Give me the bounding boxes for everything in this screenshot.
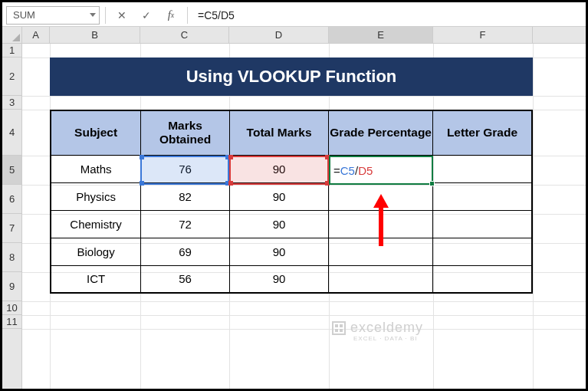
cell-marks[interactable]: 76 <box>141 155 230 182</box>
row-header-11[interactable]: 11 <box>2 315 21 329</box>
name-box[interactable]: SUM <box>6 6 100 25</box>
cell-letter[interactable] <box>433 155 533 182</box>
header-marks-obtained: Marks Obtained <box>141 110 230 155</box>
select-all-corner[interactable] <box>2 27 22 44</box>
col-header-E[interactable]: E <box>329 27 433 43</box>
header-total-marks: Total Marks <box>229 110 328 155</box>
formula-eq: = <box>333 164 340 177</box>
formula-bar-row: SUM ✕ ✓ fx =C5/D5 <box>2 2 586 27</box>
row-header-7[interactable]: 7 <box>2 214 21 243</box>
cell-grade[interactable] <box>329 265 433 293</box>
cell-letter[interactable] <box>433 238 533 265</box>
cell-total[interactable]: 90 <box>229 155 328 182</box>
table-header-row: Subject Marks Obtained Total Marks Grade… <box>51 110 532 155</box>
row-header-8[interactable]: 8 <box>2 243 21 272</box>
spreadsheet-grid: A B C D E F 1 2 3 4 5 6 7 8 9 10 11 <box>2 27 586 389</box>
cell-grade[interactable] <box>329 210 433 238</box>
col-header-B[interactable]: B <box>50 27 140 43</box>
col-header-C[interactable]: C <box>140 27 229 43</box>
divider <box>105 7 106 24</box>
fill-handle[interactable] <box>429 181 435 186</box>
cell-grade[interactable] <box>329 238 433 265</box>
row-header-5[interactable]: 5 <box>2 156 21 185</box>
row-header-1[interactable]: 1 <box>2 44 21 58</box>
name-box-value: SUM <box>13 9 35 21</box>
row-header-10[interactable]: 10 <box>2 301 21 315</box>
row-header-3[interactable]: 3 <box>2 96 21 110</box>
formula-input[interactable]: =C5/D5 <box>193 6 582 25</box>
row-header-4[interactable]: 4 <box>2 110 21 156</box>
row-header-6[interactable]: 6 <box>2 185 21 214</box>
fx-icon[interactable]: fx <box>160 6 182 25</box>
row-headers: 1 2 3 4 5 6 7 8 9 10 11 <box>2 44 22 389</box>
cells-area[interactable]: Using VLOOKUP Function Subject Marks Obt… <box>22 44 586 389</box>
header-letter-grade: Letter Grade <box>433 110 533 155</box>
col-header-F[interactable]: F <box>433 27 533 43</box>
cell-marks[interactable]: 69 <box>141 238 230 265</box>
col-header-A[interactable]: A <box>22 27 50 43</box>
row-header-9[interactable]: 9 <box>2 272 21 301</box>
col-header-D[interactable]: D <box>229 27 329 43</box>
cell-subject[interactable]: Biology <box>51 238 141 265</box>
cell-total[interactable]: 90 <box>229 265 328 293</box>
cell-subject[interactable]: Physics <box>51 182 141 210</box>
column-headers: A B C D E F <box>22 27 586 44</box>
cell-marks[interactable]: 82 <box>141 182 230 210</box>
header-grade-percentage: Grade Percentage <box>329 110 433 155</box>
data-table: Subject Marks Obtained Total Marks Grade… <box>50 110 533 294</box>
page-title: Using VLOOKUP Function <box>50 58 533 96</box>
cell-total[interactable]: 90 <box>229 238 328 265</box>
cell-marks[interactable]: 72 <box>141 210 230 238</box>
table-row: Physics 82 90 <box>51 182 532 210</box>
formula-ref-c5: C5 <box>340 164 355 177</box>
cell-total[interactable]: 90 <box>229 210 328 238</box>
cell-marks[interactable]: 56 <box>141 265 230 293</box>
watermark-name: exceldemy <box>350 320 423 336</box>
cell-letter[interactable] <box>433 265 533 293</box>
cancel-icon[interactable]: ✕ <box>111 6 133 25</box>
watermark-tagline: EXCEL · DATA · BI <box>353 335 482 342</box>
cell-total[interactable]: 90 <box>229 182 328 210</box>
chevron-down-icon <box>90 13 96 17</box>
table-row: Maths 76 90 <box>51 155 532 182</box>
cell-letter[interactable] <box>433 182 533 210</box>
formula-ref-d5: D5 <box>358 164 373 177</box>
enter-icon[interactable]: ✓ <box>136 6 157 25</box>
cell-subject[interactable]: Maths <box>51 155 141 182</box>
cell-subject[interactable]: ICT <box>51 265 141 293</box>
cell-letter[interactable] <box>433 210 533 238</box>
logo-icon <box>332 321 346 335</box>
row-header-2[interactable]: 2 <box>2 58 21 96</box>
active-cell-e5[interactable]: =C5/D5 <box>329 156 433 185</box>
divider <box>187 7 188 24</box>
header-subject: Subject <box>51 110 141 155</box>
table-row: Chemistry 72 90 <box>51 210 532 238</box>
table-row: ICT 56 90 <box>51 265 532 293</box>
cell-grade[interactable] <box>329 182 433 210</box>
watermark: exceldemy EXCEL · DATA · BI <box>332 320 482 344</box>
table-row: Biology 69 90 <box>51 238 532 265</box>
cell-subject[interactable]: Chemistry <box>51 210 141 238</box>
